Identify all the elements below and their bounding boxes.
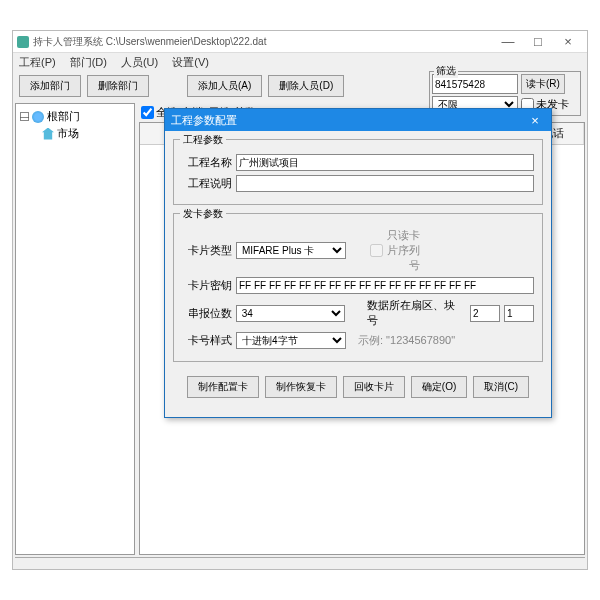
example-text: 示例: "1234567890"	[358, 333, 455, 348]
readonly-checkbox[interactable]: 只读卡片序列号	[370, 228, 420, 273]
card-type-select[interactable]: MIFARE Plus 卡	[236, 242, 346, 259]
dialog-title: 工程参数配置	[171, 113, 237, 128]
sector-input[interactable]	[470, 305, 500, 322]
data-loc-label: 数据所在扇区、块号	[367, 298, 466, 328]
project-group: 工程参数 工程名称 工程说明	[173, 139, 543, 205]
tree-root[interactable]: — 根部门	[20, 108, 130, 125]
title-bar: 持卡人管理系统 C:\Users\wenmeier\Desktop\222.da…	[13, 31, 587, 53]
del-dept-button[interactable]: 删除部门	[87, 75, 149, 97]
filter-label: 筛选	[434, 64, 458, 78]
maximize-button[interactable]: □	[523, 34, 553, 49]
proj-name-input[interactable]	[236, 154, 534, 171]
card-type-label: 卡片类型	[182, 243, 232, 258]
dialog-close-button[interactable]: ×	[525, 113, 545, 128]
card-group: 发卡参数 卡片类型 MIFARE Plus 卡 只读卡片序列号 卡片密钥 串报位…	[173, 213, 543, 362]
window-title: 持卡人管理系统 C:\Users\wenmeier\Desktop\222.da…	[33, 35, 493, 49]
serial-bits-select[interactable]: 34	[236, 305, 346, 322]
ok-button[interactable]: 确定(O)	[411, 376, 467, 398]
tree-child[interactable]: 市场	[20, 125, 130, 142]
menu-bar: 工程(P) 部门(D) 人员(U) 设置(V)	[13, 53, 587, 71]
collapse-icon[interactable]: —	[20, 112, 29, 121]
card-key-input[interactable]	[236, 277, 534, 294]
house-icon	[42, 128, 54, 140]
config-dialog: 工程参数配置 × 工程参数 工程名称 工程说明 发卡参数 卡片类型 MIFARE…	[164, 108, 552, 418]
dialog-buttons: 制作配置卡 制作恢复卡 回收卡片 确定(O) 取消(C)	[165, 370, 551, 404]
menu-dept[interactable]: 部门(D)	[70, 55, 107, 69]
proj-name-label: 工程名称	[182, 155, 232, 170]
dialog-titlebar: 工程参数配置 ×	[165, 109, 551, 131]
card-fmt-label: 卡号样式	[182, 333, 232, 348]
card-group-label: 发卡参数	[180, 207, 226, 221]
proj-desc-input[interactable]	[236, 175, 534, 192]
project-group-label: 工程参数	[180, 133, 226, 147]
status-bar	[15, 557, 585, 575]
cancel-button[interactable]: 取消(C)	[473, 376, 529, 398]
tree-child-label: 市场	[57, 126, 79, 141]
make-config-button[interactable]: 制作配置卡	[187, 376, 259, 398]
recycle-button[interactable]: 回收卡片	[343, 376, 405, 398]
card-key-label: 卡片密钥	[182, 278, 232, 293]
del-person-button[interactable]: 删除人员(D)	[268, 75, 344, 97]
minimize-button[interactable]: —	[493, 34, 523, 49]
dept-tree: — 根部门 市场	[15, 103, 135, 555]
tree-root-label: 根部门	[47, 109, 80, 124]
read-card-button[interactable]: 读卡(R)	[521, 74, 565, 94]
make-restore-button[interactable]: 制作恢复卡	[265, 376, 337, 398]
serial-bits-label: 串报位数	[182, 306, 232, 321]
add-person-button[interactable]: 添加人员(A)	[187, 75, 262, 97]
block-input[interactable]	[504, 305, 534, 322]
close-button[interactable]: ×	[553, 34, 583, 49]
app-icon	[17, 36, 29, 48]
add-dept-button[interactable]: 添加部门	[19, 75, 81, 97]
globe-icon	[32, 111, 44, 123]
menu-settings[interactable]: 设置(V)	[172, 55, 209, 69]
menu-project[interactable]: 工程(P)	[19, 55, 56, 69]
card-fmt-select[interactable]: 十进制4字节	[236, 332, 346, 349]
menu-person[interactable]: 人员(U)	[121, 55, 158, 69]
proj-desc-label: 工程说明	[182, 176, 232, 191]
